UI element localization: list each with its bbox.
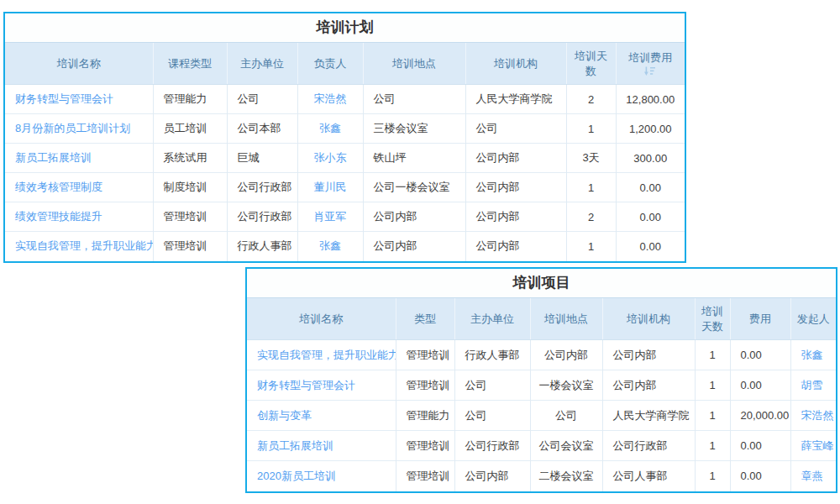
host-unit-cell: 行政人事部: [454, 340, 530, 370]
column-label: 培训名称: [57, 57, 101, 70]
training-project-grid: 培训名称类型主办单位培训地点培训机构培训天数费用发起人 实现自我管理，提升职业能…: [247, 297, 836, 491]
header-row: 培训名称课程类型主办单位负责人培训地点培训机构培训天数培训费用: [5, 43, 685, 85]
header-row: 培训名称类型主办单位培训地点培训机构培训天数费用发起人: [247, 298, 836, 340]
training-name-cell: 财务转型与管理会计: [247, 370, 396, 401]
location-cell: 公司: [363, 85, 465, 114]
fee-cell: 0.00: [616, 173, 685, 202]
training-name-cell: 绩效考核管理制度: [5, 173, 153, 202]
table-row: 实现自我管理，提升职业能力管理培训行政人事部公司内部公司内部10.00张鑫: [247, 340, 836, 370]
owner-link[interactable]: 张鑫: [319, 239, 341, 252]
column-header-course-type: 课程类型: [153, 43, 227, 85]
training-name-link[interactable]: 新员工拓展培训: [257, 439, 333, 452]
column-label: 类型: [414, 312, 436, 325]
table-body: 财务转型与管理会计管理能力公司宋浩然公司人民大学商学院212,800.008月份…: [5, 85, 685, 261]
initiator-link[interactable]: 章燕: [801, 470, 823, 482]
column-label: 培训机构: [627, 312, 670, 325]
column-label: 课程类型: [168, 57, 212, 70]
training-name-link[interactable]: 绩效考核管理制度: [15, 181, 102, 193]
column-header-days: 培训天数: [566, 43, 616, 85]
fee-cell: 300.00: [616, 144, 685, 173]
training-name-link[interactable]: 新员工拓展培训: [15, 151, 92, 164]
training-name-link[interactable]: 绩效管理技能提升: [15, 210, 102, 223]
owner-cell: 肖亚军: [297, 202, 363, 232]
days-cell: 2: [566, 202, 616, 232]
table-row: 绩效管理技能提升管理培训公司行政部肖亚军公司内部公司内部20.00: [5, 202, 685, 232]
training-name-link[interactable]: 8月份新的员工培训计划: [15, 122, 130, 134]
table-row: 创新与变革管理能力公司公司人民大学商学院120,000.00宋浩然: [247, 401, 836, 431]
owner-link[interactable]: 宋浩然: [314, 92, 347, 105]
column-label: 费用: [749, 312, 771, 325]
institution-cell: 人民大学商学院: [465, 85, 566, 114]
fee-cell: 0.00: [730, 461, 790, 491]
table-body: 实现自我管理，提升职业能力管理培训行政人事部公司内部公司内部10.00张鑫财务转…: [247, 340, 836, 491]
institution-cell: 公司内部: [602, 340, 695, 370]
owner-link[interactable]: 肖亚军: [314, 210, 347, 223]
training-name-link[interactable]: 财务转型与管理会计: [15, 92, 113, 105]
fee-cell: 0.00: [730, 431, 790, 461]
initiator-link[interactable]: 胡雪: [801, 379, 823, 391]
course-type-cell: 制度培训: [153, 173, 227, 202]
training-name-link[interactable]: 财务转型与管理会计: [257, 379, 355, 391]
host-unit-cell: 公司: [227, 85, 297, 114]
initiator-cell: 胡雪: [790, 370, 836, 401]
training-name-link[interactable]: 2020新员工培训: [257, 470, 336, 482]
fee-cell: 0.00: [730, 370, 790, 401]
column-header-fee[interactable]: 培训费用: [616, 43, 685, 85]
initiator-link[interactable]: 宋浩然: [801, 409, 834, 422]
location-cell: 三楼会议室: [363, 114, 465, 144]
initiator-link[interactable]: 薛宝峰: [801, 439, 834, 452]
institution-cell: 公司: [465, 114, 566, 144]
column-header-host-unit: 主办单位: [454, 298, 530, 340]
type-cell: 管理培训: [396, 431, 454, 461]
fee-cell: 20,000.00: [730, 401, 790, 431]
column-header-location: 培训地点: [530, 298, 602, 340]
table-row: 8月份新的员工培训计划员工培训公司本部张鑫三楼会议室公司11,200.00: [5, 114, 685, 144]
host-unit-cell: 巨城: [227, 144, 297, 173]
days-cell: 1: [695, 340, 730, 370]
column-label: 培训天数: [701, 305, 723, 333]
institution-cell: 公司内部: [465, 202, 566, 232]
owner-cell: 张鑫: [297, 232, 363, 261]
host-unit-cell: 公司行政部: [227, 173, 297, 202]
training-name-link[interactable]: 实现自我管理，提升职业能力: [257, 349, 396, 361]
table-title: 培训项目: [247, 269, 836, 297]
institution-cell: 公司行政部: [602, 431, 695, 461]
type-cell: 管理培训: [396, 340, 454, 370]
owner-link[interactable]: 董川民: [314, 181, 347, 193]
column-label: 培训名称: [299, 312, 343, 325]
table-row: 实现自我管理，提升职业能力管理培训行政人事部张鑫公司内部公司内部10.00: [5, 232, 685, 261]
training-plan-grid: 培训名称课程类型主办单位负责人培训地点培训机构培训天数培训费用 财务转型与管理会…: [5, 42, 685, 261]
location-cell: 一楼会议室: [530, 370, 602, 401]
training-name-link[interactable]: 创新与变革: [257, 409, 312, 422]
owner-link[interactable]: 张小东: [314, 151, 347, 164]
sort-icon[interactable]: [622, 66, 680, 76]
owner-link[interactable]: 张鑫: [319, 122, 341, 134]
column-label: 主办单位: [470, 312, 514, 325]
table-row: 财务转型与管理会计管理培训公司一楼会议室公司内部10.00胡雪: [247, 370, 836, 401]
training-name-cell: 新员工拓展培训: [5, 144, 153, 173]
days-cell: 2: [566, 85, 616, 114]
training-project-table: 培训项目 培训名称类型主办单位培训地点培训机构培训天数费用发起人 实现自我管理，…: [245, 267, 837, 493]
column-header-initiator: 发起人: [790, 298, 836, 340]
days-cell: 1: [695, 401, 730, 431]
table-row: 财务转型与管理会计管理能力公司宋浩然公司人民大学商学院212,800.00: [5, 85, 685, 114]
course-type-cell: 管理能力: [153, 85, 227, 114]
training-name-cell: 实现自我管理，提升职业能力: [5, 232, 153, 261]
days-cell: 1: [566, 114, 616, 144]
initiator-cell: 张鑫: [790, 340, 836, 370]
initiator-cell: 章燕: [790, 461, 836, 491]
days-cell: 3天: [566, 144, 616, 173]
training-name-link[interactable]: 实现自我管理，提升职业能力: [15, 239, 153, 252]
initiator-link[interactable]: 张鑫: [801, 349, 823, 361]
host-unit-cell: 行政人事部: [227, 232, 297, 261]
owner-cell: 宋浩然: [297, 85, 363, 114]
institution-cell: 公司内部: [465, 144, 566, 173]
column-header-training-name: 培训名称: [5, 43, 153, 85]
host-unit-cell: 公司: [454, 401, 530, 431]
column-header-days: 培训天数: [695, 298, 730, 340]
course-type-cell: 管理培训: [153, 202, 227, 232]
type-cell: 管理能力: [396, 401, 454, 431]
column-label: 发起人: [797, 312, 830, 325]
table-row: 新员工拓展培训管理培训公司行政部公司会议室公司行政部10.00薛宝峰: [247, 431, 836, 461]
host-unit-cell: 公司内部: [454, 461, 530, 491]
